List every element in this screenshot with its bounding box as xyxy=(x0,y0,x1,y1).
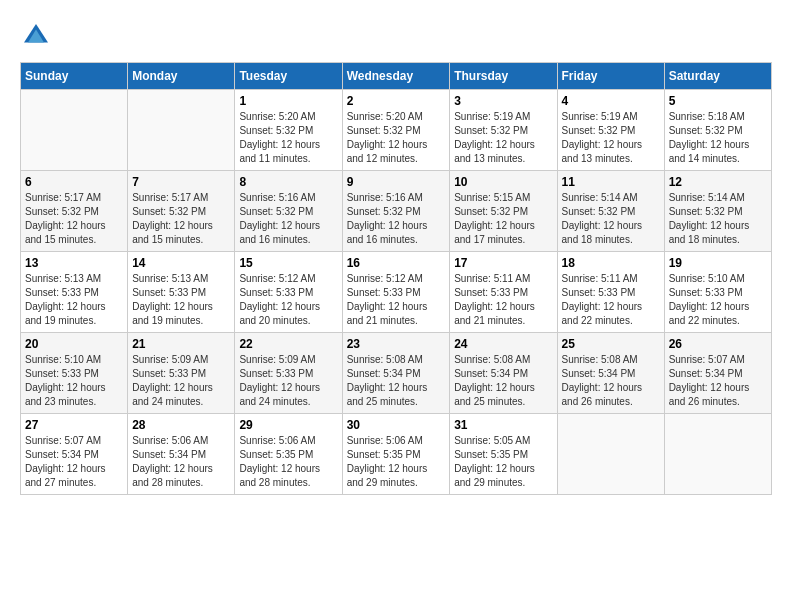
day-number: 29 xyxy=(239,418,337,432)
day-detail: Sunrise: 5:13 AMSunset: 5:33 PMDaylight:… xyxy=(25,272,123,328)
calendar-cell xyxy=(128,90,235,171)
day-detail: Sunrise: 5:05 AMSunset: 5:35 PMDaylight:… xyxy=(454,434,552,490)
day-number: 2 xyxy=(347,94,446,108)
calendar-week-4: 20 Sunrise: 5:10 AMSunset: 5:33 PMDaylig… xyxy=(21,333,772,414)
logo-icon xyxy=(20,20,52,52)
day-number: 16 xyxy=(347,256,446,270)
page-header xyxy=(20,20,772,52)
calendar-cell: 24 Sunrise: 5:08 AMSunset: 5:34 PMDaylig… xyxy=(450,333,557,414)
day-detail: Sunrise: 5:19 AMSunset: 5:32 PMDaylight:… xyxy=(562,110,660,166)
day-number: 13 xyxy=(25,256,123,270)
day-number: 21 xyxy=(132,337,230,351)
day-number: 24 xyxy=(454,337,552,351)
calendar-cell: 2 Sunrise: 5:20 AMSunset: 5:32 PMDayligh… xyxy=(342,90,450,171)
day-detail: Sunrise: 5:12 AMSunset: 5:33 PMDaylight:… xyxy=(347,272,446,328)
day-number: 27 xyxy=(25,418,123,432)
calendar-cell: 15 Sunrise: 5:12 AMSunset: 5:33 PMDaylig… xyxy=(235,252,342,333)
day-detail: Sunrise: 5:07 AMSunset: 5:34 PMDaylight:… xyxy=(25,434,123,490)
day-detail: Sunrise: 5:08 AMSunset: 5:34 PMDaylight:… xyxy=(454,353,552,409)
day-number: 7 xyxy=(132,175,230,189)
calendar-cell: 25 Sunrise: 5:08 AMSunset: 5:34 PMDaylig… xyxy=(557,333,664,414)
calendar-cell: 10 Sunrise: 5:15 AMSunset: 5:32 PMDaylig… xyxy=(450,171,557,252)
calendar-week-5: 27 Sunrise: 5:07 AMSunset: 5:34 PMDaylig… xyxy=(21,414,772,495)
calendar-cell: 22 Sunrise: 5:09 AMSunset: 5:33 PMDaylig… xyxy=(235,333,342,414)
day-number: 30 xyxy=(347,418,446,432)
day-detail: Sunrise: 5:08 AMSunset: 5:34 PMDaylight:… xyxy=(562,353,660,409)
day-number: 5 xyxy=(669,94,767,108)
weekday-header-thursday: Thursday xyxy=(450,63,557,90)
calendar-cell: 4 Sunrise: 5:19 AMSunset: 5:32 PMDayligh… xyxy=(557,90,664,171)
day-detail: Sunrise: 5:12 AMSunset: 5:33 PMDaylight:… xyxy=(239,272,337,328)
day-detail: Sunrise: 5:08 AMSunset: 5:34 PMDaylight:… xyxy=(347,353,446,409)
calendar-cell: 7 Sunrise: 5:17 AMSunset: 5:32 PMDayligh… xyxy=(128,171,235,252)
day-number: 10 xyxy=(454,175,552,189)
calendar-cell: 27 Sunrise: 5:07 AMSunset: 5:34 PMDaylig… xyxy=(21,414,128,495)
day-number: 19 xyxy=(669,256,767,270)
calendar-cell: 20 Sunrise: 5:10 AMSunset: 5:33 PMDaylig… xyxy=(21,333,128,414)
calendar-cell: 14 Sunrise: 5:13 AMSunset: 5:33 PMDaylig… xyxy=(128,252,235,333)
day-detail: Sunrise: 5:20 AMSunset: 5:32 PMDaylight:… xyxy=(347,110,446,166)
weekday-header-sunday: Sunday xyxy=(21,63,128,90)
day-detail: Sunrise: 5:09 AMSunset: 5:33 PMDaylight:… xyxy=(239,353,337,409)
day-number: 18 xyxy=(562,256,660,270)
day-detail: Sunrise: 5:14 AMSunset: 5:32 PMDaylight:… xyxy=(669,191,767,247)
day-number: 26 xyxy=(669,337,767,351)
calendar-cell xyxy=(557,414,664,495)
calendar-week-3: 13 Sunrise: 5:13 AMSunset: 5:33 PMDaylig… xyxy=(21,252,772,333)
weekday-header-tuesday: Tuesday xyxy=(235,63,342,90)
calendar-cell: 12 Sunrise: 5:14 AMSunset: 5:32 PMDaylig… xyxy=(664,171,771,252)
calendar-cell: 13 Sunrise: 5:13 AMSunset: 5:33 PMDaylig… xyxy=(21,252,128,333)
day-detail: Sunrise: 5:18 AMSunset: 5:32 PMDaylight:… xyxy=(669,110,767,166)
day-detail: Sunrise: 5:11 AMSunset: 5:33 PMDaylight:… xyxy=(562,272,660,328)
day-detail: Sunrise: 5:17 AMSunset: 5:32 PMDaylight:… xyxy=(132,191,230,247)
day-number: 12 xyxy=(669,175,767,189)
calendar-cell: 31 Sunrise: 5:05 AMSunset: 5:35 PMDaylig… xyxy=(450,414,557,495)
day-number: 9 xyxy=(347,175,446,189)
day-number: 11 xyxy=(562,175,660,189)
day-number: 17 xyxy=(454,256,552,270)
day-detail: Sunrise: 5:10 AMSunset: 5:33 PMDaylight:… xyxy=(669,272,767,328)
weekday-header-saturday: Saturday xyxy=(664,63,771,90)
day-number: 14 xyxy=(132,256,230,270)
calendar-cell: 1 Sunrise: 5:20 AMSunset: 5:32 PMDayligh… xyxy=(235,90,342,171)
calendar-cell: 18 Sunrise: 5:11 AMSunset: 5:33 PMDaylig… xyxy=(557,252,664,333)
weekday-header-row: SundayMondayTuesdayWednesdayThursdayFrid… xyxy=(21,63,772,90)
weekday-header-monday: Monday xyxy=(128,63,235,90)
day-number: 20 xyxy=(25,337,123,351)
day-detail: Sunrise: 5:06 AMSunset: 5:35 PMDaylight:… xyxy=(347,434,446,490)
calendar-cell: 23 Sunrise: 5:08 AMSunset: 5:34 PMDaylig… xyxy=(342,333,450,414)
calendar-cell: 21 Sunrise: 5:09 AMSunset: 5:33 PMDaylig… xyxy=(128,333,235,414)
calendar-cell: 9 Sunrise: 5:16 AMSunset: 5:32 PMDayligh… xyxy=(342,171,450,252)
weekday-header-wednesday: Wednesday xyxy=(342,63,450,90)
day-detail: Sunrise: 5:19 AMSunset: 5:32 PMDaylight:… xyxy=(454,110,552,166)
calendar-cell: 26 Sunrise: 5:07 AMSunset: 5:34 PMDaylig… xyxy=(664,333,771,414)
calendar-table: SundayMondayTuesdayWednesdayThursdayFrid… xyxy=(20,62,772,495)
calendar-cell: 6 Sunrise: 5:17 AMSunset: 5:32 PMDayligh… xyxy=(21,171,128,252)
day-number: 3 xyxy=(454,94,552,108)
day-number: 6 xyxy=(25,175,123,189)
calendar-cell: 30 Sunrise: 5:06 AMSunset: 5:35 PMDaylig… xyxy=(342,414,450,495)
day-number: 4 xyxy=(562,94,660,108)
day-detail: Sunrise: 5:20 AMSunset: 5:32 PMDaylight:… xyxy=(239,110,337,166)
day-detail: Sunrise: 5:06 AMSunset: 5:34 PMDaylight:… xyxy=(132,434,230,490)
logo xyxy=(20,20,56,52)
day-detail: Sunrise: 5:13 AMSunset: 5:33 PMDaylight:… xyxy=(132,272,230,328)
day-number: 15 xyxy=(239,256,337,270)
day-number: 22 xyxy=(239,337,337,351)
calendar-cell: 17 Sunrise: 5:11 AMSunset: 5:33 PMDaylig… xyxy=(450,252,557,333)
calendar-cell: 11 Sunrise: 5:14 AMSunset: 5:32 PMDaylig… xyxy=(557,171,664,252)
day-detail: Sunrise: 5:06 AMSunset: 5:35 PMDaylight:… xyxy=(239,434,337,490)
day-detail: Sunrise: 5:11 AMSunset: 5:33 PMDaylight:… xyxy=(454,272,552,328)
day-detail: Sunrise: 5:16 AMSunset: 5:32 PMDaylight:… xyxy=(239,191,337,247)
day-number: 1 xyxy=(239,94,337,108)
day-number: 23 xyxy=(347,337,446,351)
day-number: 25 xyxy=(562,337,660,351)
day-detail: Sunrise: 5:10 AMSunset: 5:33 PMDaylight:… xyxy=(25,353,123,409)
day-number: 8 xyxy=(239,175,337,189)
day-detail: Sunrise: 5:17 AMSunset: 5:32 PMDaylight:… xyxy=(25,191,123,247)
calendar-week-1: 1 Sunrise: 5:20 AMSunset: 5:32 PMDayligh… xyxy=(21,90,772,171)
calendar-cell: 3 Sunrise: 5:19 AMSunset: 5:32 PMDayligh… xyxy=(450,90,557,171)
calendar-cell xyxy=(664,414,771,495)
calendar-cell: 8 Sunrise: 5:16 AMSunset: 5:32 PMDayligh… xyxy=(235,171,342,252)
calendar-cell: 16 Sunrise: 5:12 AMSunset: 5:33 PMDaylig… xyxy=(342,252,450,333)
